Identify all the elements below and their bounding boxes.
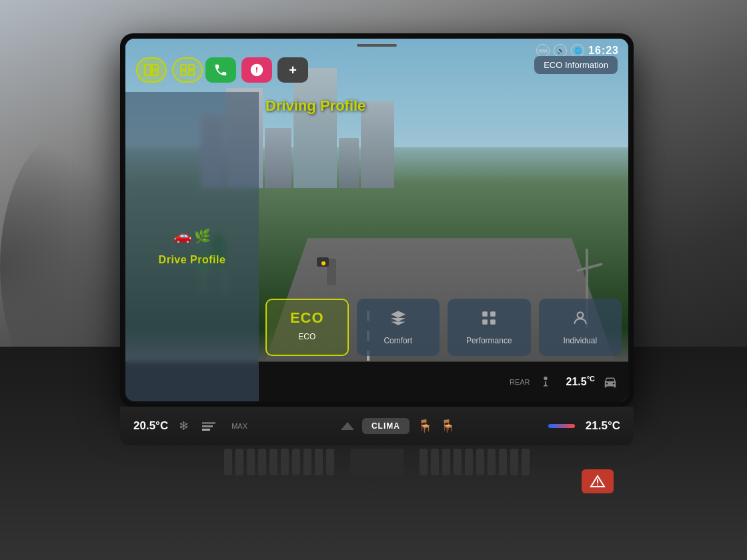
drag-handle — [357, 44, 397, 47]
ww-icon: WW — [536, 44, 550, 57]
center-control-knob[interactable] — [350, 449, 404, 475]
performance-mode-card[interactable]: Performance — [448, 299, 531, 356]
car-interior: WW 🔊 🌐 16:23 — [0, 0, 747, 560]
svg-rect-1 — [152, 65, 158, 69]
comfort-mode-icon — [390, 309, 407, 331]
drive-profile-leaf-icon: 🌿 — [194, 228, 211, 244]
control-strip: 20.5°C ❄ MAX CLIMA 🪑 🪑 21.5°C — [120, 407, 634, 445]
seat-heat-left-icon: 🪑 — [418, 419, 432, 433]
screen-bezel: WW 🔊 🌐 16:23 — [120, 33, 634, 407]
drive-profile-panel: 🚗 🌿 Drive Profile — [125, 92, 259, 401]
svg-rect-6 — [189, 71, 194, 75]
split-view-button[interactable] — [136, 57, 167, 83]
mode-cards: ECO ECO Comfort — [265, 299, 622, 356]
nav-buttons — [136, 57, 203, 83]
grid-view-button[interactable] — [172, 57, 203, 83]
performance-mode-label: Performance — [466, 336, 512, 345]
vent-area — [133, 445, 620, 479]
drive-profile-car-icon: 🚗 — [173, 227, 191, 245]
clima-button[interactable]: CLIMA — [362, 418, 410, 434]
eco-mode-label: ECO — [298, 332, 315, 341]
time-display: 16:23 — [588, 45, 619, 57]
svg-rect-9 — [483, 319, 488, 325]
audio-icon: 🔊 — [554, 44, 567, 57]
svg-rect-7 — [483, 311, 488, 317]
temperature-gradient-bar — [548, 424, 575, 428]
right-temp-display: 21.5°C — [561, 375, 595, 388]
individual-mode-icon — [572, 309, 589, 331]
svg-rect-5 — [181, 71, 186, 75]
svg-rect-3 — [181, 65, 186, 69]
quick-actions: + — [205, 57, 308, 83]
eco-mode-icon: ECO — [290, 309, 324, 327]
fan-icon: ❄ — [179, 419, 189, 433]
driving-profile-title: Driving Profile — [265, 97, 365, 115]
warning-button[interactable] — [241, 57, 272, 83]
left-temp-control: 20.5°C — [133, 419, 168, 433]
car-rear-icon — [603, 375, 618, 389]
globe-icon: 🌐 — [571, 44, 584, 57]
individual-mode-label: Individual — [563, 336, 597, 345]
eco-mode-card[interactable]: ECO ECO — [265, 299, 349, 356]
rear-heat-icon: REAR — [510, 378, 530, 386]
comfort-mode-card[interactable]: Comfort — [357, 299, 440, 356]
seat-heat-icon — [538, 375, 553, 389]
phone-button[interactable] — [205, 57, 236, 83]
svg-rect-2 — [152, 71, 158, 75]
infotainment-screen: WW 🔊 🌐 16:23 — [125, 39, 628, 401]
performance-mode-icon — [480, 309, 498, 331]
right-temp-control: 21.5°C — [586, 419, 620, 433]
eco-info-button[interactable]: ECO Information — [534, 56, 618, 74]
air-up-icon[interactable] — [341, 422, 354, 430]
svg-rect-4 — [189, 65, 194, 69]
svg-rect-8 — [490, 311, 496, 317]
max-label: MAX — [231, 422, 247, 430]
comfort-mode-label: Comfort — [384, 336, 412, 345]
individual-mode-card[interactable]: Individual — [539, 299, 622, 356]
svg-rect-0 — [145, 65, 151, 75]
drive-profile-label: Drive Profile — [159, 254, 226, 266]
svg-point-11 — [577, 312, 583, 318]
add-button[interactable]: + — [277, 57, 308, 83]
hazard-button[interactable] — [582, 469, 614, 493]
seat-heat-right-icon: 🪑 — [440, 419, 455, 433]
svg-rect-10 — [490, 319, 496, 325]
fan-level-icon — [202, 422, 215, 431]
svg-point-14 — [597, 485, 598, 486]
